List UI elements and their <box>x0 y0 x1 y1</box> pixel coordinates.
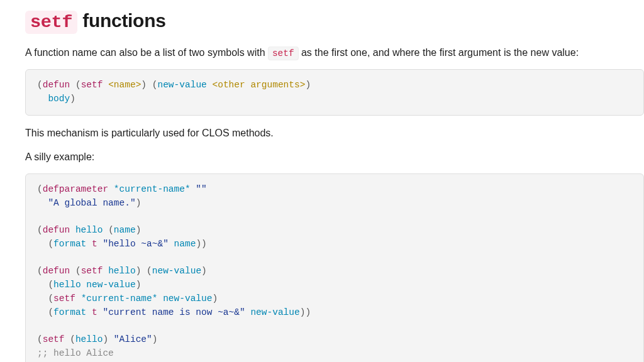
code-block-setf-signature: (defun (setf <name>) (new-value <other a… <box>25 69 644 116</box>
example-intro-paragraph: A silly example: <box>25 150 644 165</box>
inline-setf-code: setf <box>268 47 299 60</box>
section-heading: setf functions <box>25 6 644 36</box>
intro-text-after: as the first one, and where the first ar… <box>299 47 579 58</box>
code-block-example: (defparameter *current-name* "" "A globa… <box>25 173 644 362</box>
clos-paragraph: This mechanism is particularly used for … <box>25 126 644 141</box>
heading-text: functions <box>77 10 165 31</box>
heading-setf-code: setf <box>25 11 77 34</box>
intro-paragraph: A function name can also be a list of tw… <box>25 45 644 61</box>
intro-text-before: A function name can also be a list of tw… <box>25 47 268 58</box>
